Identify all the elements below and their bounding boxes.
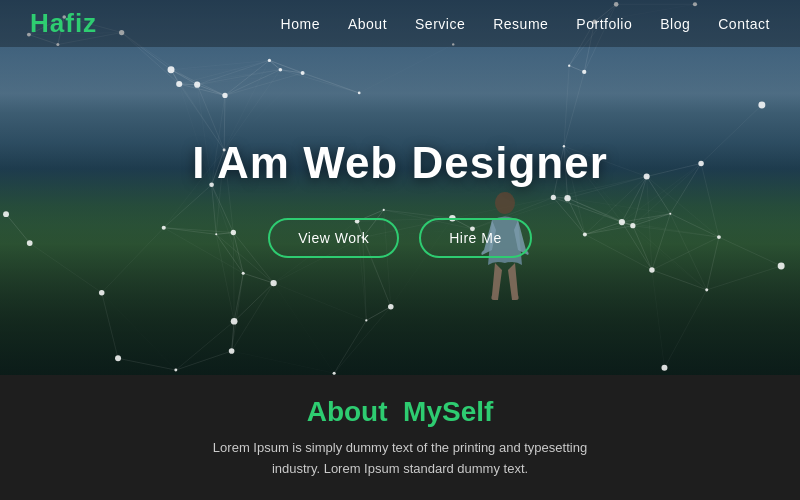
nav-link-contact[interactable]: Contact [718, 16, 770, 32]
view-work-button[interactable]: View Work [268, 218, 399, 258]
nav-link-service[interactable]: Service [415, 16, 465, 32]
hero-buttons: View Work Hire Me [192, 218, 608, 258]
nav-item-resume[interactable]: Resume [493, 15, 548, 33]
nav-link-portfolio[interactable]: Portfolio [576, 16, 632, 32]
about-title-plain: About [307, 396, 388, 427]
nav-link-blog[interactable]: Blog [660, 16, 690, 32]
nav-item-service[interactable]: Service [415, 15, 465, 33]
nav-item-blog[interactable]: Blog [660, 15, 690, 33]
about-text-line2: industry. Lorem Ipsum standard dummy tex… [272, 461, 528, 476]
about-text: Lorem Ipsum is simply dummy text of the … [213, 438, 587, 480]
nav-link-resume[interactable]: Resume [493, 16, 548, 32]
hire-me-button[interactable]: Hire Me [419, 218, 532, 258]
hero-section: I Am Web Designer View Work Hire Me [0, 0, 800, 375]
about-title: About MySelf [307, 396, 494, 428]
nav-item-portfolio[interactable]: Portfolio [576, 15, 632, 33]
logo[interactable]: Hafiz [30, 8, 97, 39]
nav-link-about[interactable]: About [348, 16, 387, 32]
nav-item-contact[interactable]: Contact [718, 15, 770, 33]
nav-links: Home About Service Resume Portfolio Blog… [281, 15, 770, 33]
about-text-line1: Lorem Ipsum is simply dummy text of the … [213, 440, 587, 455]
nav-item-home[interactable]: Home [281, 15, 320, 33]
about-section: About MySelf Lorem Ipsum is simply dummy… [0, 375, 800, 500]
navbar: Hafiz Home About Service Resume Portfoli… [0, 0, 800, 47]
about-title-accent: MySelf [403, 396, 493, 427]
nav-link-home[interactable]: Home [281, 16, 320, 32]
nav-item-about[interactable]: About [348, 15, 387, 33]
hero-content: I Am Web Designer View Work Hire Me [192, 138, 608, 258]
hero-title: I Am Web Designer [192, 138, 608, 188]
